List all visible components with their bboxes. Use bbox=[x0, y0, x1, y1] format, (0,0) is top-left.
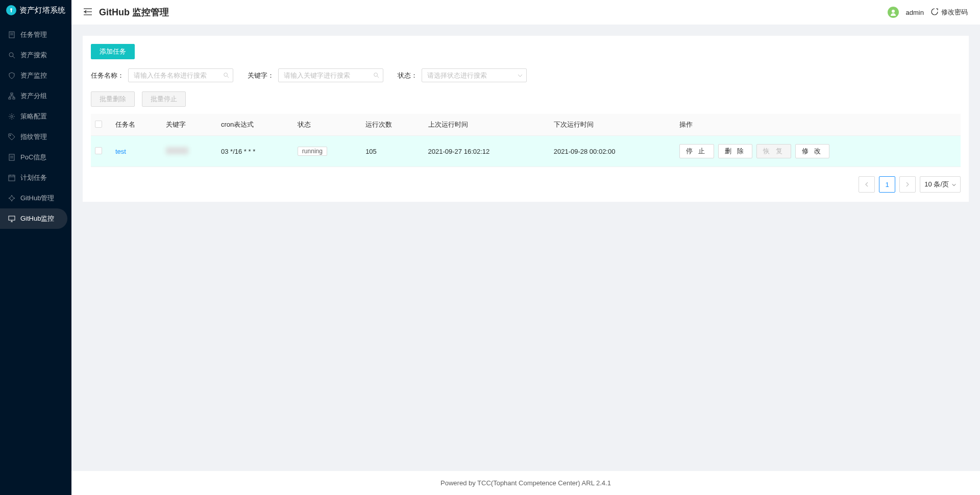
sidebar-item-scheduled[interactable]: 计划任务 bbox=[0, 168, 71, 188]
sidebar-item-label: GitHub管理 bbox=[20, 194, 54, 203]
gear-icon bbox=[8, 113, 15, 120]
page-1-button[interactable]: 1 bbox=[879, 176, 895, 193]
col-cron: cron表达式 bbox=[217, 114, 293, 136]
svg-point-15 bbox=[10, 135, 11, 136]
app-name: 资产灯塔系统 bbox=[19, 6, 65, 15]
page-size-label: 10 条/页 bbox=[924, 180, 949, 189]
keyword-input[interactable] bbox=[278, 68, 383, 82]
sidebar-item-github-mgmt[interactable]: GitHub管理 bbox=[0, 188, 71, 208]
sidebar-item-policy-config[interactable]: 策略配置 bbox=[0, 106, 71, 127]
svg-rect-24 bbox=[9, 216, 15, 220]
main-card: 添加任务 任务名称： 关键字： bbox=[83, 36, 969, 202]
sidebar-item-github-monitor[interactable]: GitHub监控 bbox=[0, 208, 67, 229]
next-run-cell: 2021-09-28 00:02:00 bbox=[550, 136, 675, 167]
last-run-cell: 2021-09-27 16:02:12 bbox=[424, 136, 550, 167]
edit-button[interactable]: 修 改 bbox=[795, 144, 830, 158]
tag-icon bbox=[8, 133, 15, 140]
header: GitHub 监控管理 admin 修改密码 bbox=[71, 0, 980, 25]
logout-icon bbox=[931, 8, 938, 17]
svg-marker-23 bbox=[9, 195, 15, 201]
sidebar-item-label: 指纹管理 bbox=[20, 132, 47, 142]
restore-button[interactable]: 恢 复 bbox=[756, 144, 791, 158]
task-name-input[interactable] bbox=[128, 68, 233, 82]
change-password-label: 修改密码 bbox=[941, 8, 968, 17]
sidebar-item-asset-group[interactable]: 资产分组 bbox=[0, 86, 71, 106]
sidebar-item-asset-monitor[interactable]: 资产监控 bbox=[0, 65, 71, 86]
sidebar-item-label: 资产搜索 bbox=[20, 51, 47, 60]
add-task-button[interactable]: 添加任务 bbox=[91, 44, 135, 59]
select-all-checkbox[interactable] bbox=[95, 121, 102, 128]
chevron-down-icon bbox=[952, 181, 956, 188]
username: admin bbox=[906, 9, 924, 16]
col-status: 状态 bbox=[293, 114, 361, 136]
logo-icon bbox=[6, 5, 16, 15]
sidebar: 资产灯塔系统 任务管理 资产搜索 资产监控 资产分组 策略配置 指纹管理 PoC… bbox=[0, 0, 71, 495]
svg-point-5 bbox=[9, 53, 13, 57]
tasks-table: 任务名 关键字 cron表达式 状态 运行次数 上次运行时间 下次运行时间 操作 bbox=[91, 114, 961, 167]
prev-page-button[interactable] bbox=[859, 176, 875, 193]
pagination: 1 10 条/页 bbox=[91, 176, 961, 193]
svg-rect-9 bbox=[13, 98, 15, 99]
col-keyword: 关键字 bbox=[162, 114, 217, 136]
keyword-cell bbox=[166, 147, 188, 154]
sidebar-item-label: 计划任务 bbox=[20, 173, 47, 182]
document-icon bbox=[8, 154, 15, 161]
status-filter-label: 状态： bbox=[398, 71, 418, 80]
cron-cell: 03 */16 * * * bbox=[217, 136, 293, 167]
col-run-count: 运行次数 bbox=[361, 114, 424, 136]
batch-stop-button[interactable]: 批量停止 bbox=[142, 91, 186, 107]
svg-rect-19 bbox=[9, 175, 15, 181]
col-name: 任务名 bbox=[111, 114, 162, 136]
page-size-select[interactable]: 10 条/页 bbox=[920, 176, 961, 193]
sidebar-item-fingerprint[interactable]: 指纹管理 bbox=[0, 127, 71, 147]
sidebar-item-asset-search[interactable]: 资产搜索 bbox=[0, 45, 71, 65]
search-icon bbox=[8, 52, 15, 59]
col-next-run: 下次运行时间 bbox=[550, 114, 675, 136]
footer: Powered by TCC(Tophant Competence Center… bbox=[71, 471, 980, 495]
run-count-cell: 105 bbox=[361, 136, 424, 167]
table-row: test 03 */16 * * * running 105 2021-09-2… bbox=[91, 136, 961, 167]
task-name-filter-label: 任务名称： bbox=[91, 71, 124, 80]
svg-rect-16 bbox=[9, 154, 14, 160]
clipboard-icon bbox=[8, 31, 15, 38]
calendar-icon bbox=[8, 174, 15, 181]
keyword-filter-label: 关键字： bbox=[248, 71, 274, 80]
batch-delete-button[interactable]: 批量删除 bbox=[91, 91, 135, 107]
sidebar-item-poc[interactable]: PoC信息 bbox=[0, 147, 71, 168]
status-select[interactable] bbox=[422, 68, 527, 82]
shield-icon bbox=[8, 72, 15, 79]
svg-rect-8 bbox=[9, 98, 11, 99]
page-title: GitHub 监控管理 bbox=[99, 6, 169, 18]
delete-button[interactable]: 删 除 bbox=[718, 144, 753, 158]
logo: 资产灯塔系统 bbox=[0, 0, 71, 20]
sidebar-item-task-mgmt[interactable]: 任务管理 bbox=[0, 25, 71, 45]
status-badge: running bbox=[298, 147, 327, 156]
avatar[interactable] bbox=[888, 7, 899, 18]
next-page-button[interactable] bbox=[899, 176, 916, 193]
sidebar-item-label: PoC信息 bbox=[20, 153, 46, 162]
nav: 任务管理 资产搜索 资产监控 资产分组 策略配置 指纹管理 PoC信息 计划任务… bbox=[0, 25, 71, 229]
sidebar-item-label: 资产监控 bbox=[20, 71, 47, 80]
sidebar-item-label: 任务管理 bbox=[20, 30, 47, 39]
stop-button[interactable]: 停 止 bbox=[679, 144, 714, 158]
svg-point-30 bbox=[892, 10, 895, 13]
svg-rect-7 bbox=[11, 93, 13, 95]
menu-toggle-icon[interactable] bbox=[84, 8, 92, 17]
change-password-link[interactable]: 修改密码 bbox=[931, 8, 968, 17]
svg-point-14 bbox=[11, 115, 13, 117]
sidebar-item-label: 资产分组 bbox=[20, 91, 47, 101]
sidebar-item-label: 策略配置 bbox=[20, 112, 47, 121]
svg-rect-1 bbox=[11, 10, 12, 12]
filters: 任务名称： 关键字： 状态： bbox=[91, 68, 961, 82]
sitemap-icon bbox=[8, 92, 15, 100]
col-actions: 操作 bbox=[675, 114, 961, 136]
github-icon bbox=[8, 195, 15, 202]
svg-line-6 bbox=[13, 56, 15, 58]
sidebar-item-label: GitHub监控 bbox=[20, 214, 54, 223]
monitor-icon bbox=[8, 215, 15, 222]
task-name-link[interactable]: test bbox=[115, 148, 126, 155]
col-last-run: 上次运行时间 bbox=[424, 114, 550, 136]
row-checkbox[interactable] bbox=[95, 147, 102, 154]
